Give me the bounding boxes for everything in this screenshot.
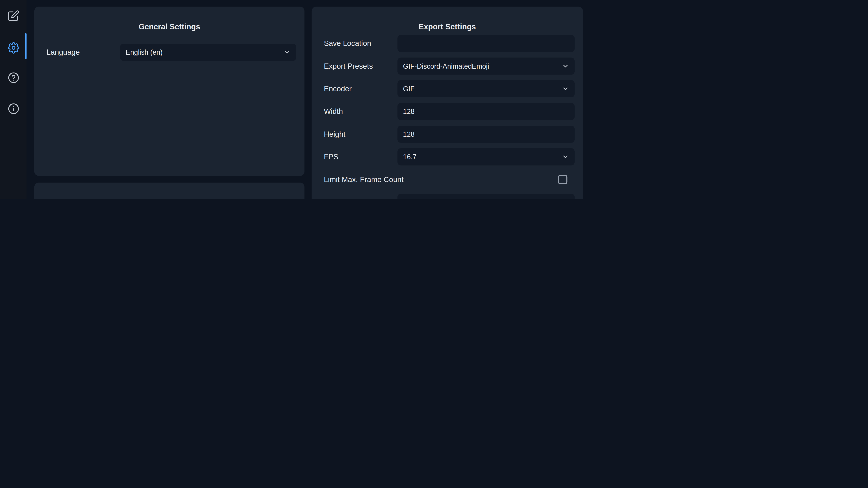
sidebar [0, 0, 27, 199]
width-label: Width [320, 107, 398, 116]
panel-title: Viewport Settings [34, 183, 305, 199]
language-row: Language English (en) [43, 43, 296, 61]
language-value: English (en) [126, 48, 162, 56]
edit-icon [7, 10, 19, 21]
encoder-select[interactable]: GIF [397, 80, 575, 97]
info-circle-icon [7, 103, 19, 114]
limit-max-frame-count-checkbox[interactable] [558, 175, 567, 184]
language-select[interactable]: English (en) [120, 43, 296, 61]
width-row: Width [320, 103, 575, 120]
save-location-label: Save Location [320, 39, 398, 48]
fps-select[interactable]: 16.7 [397, 148, 575, 165]
chevron-down-icon [562, 153, 569, 160]
encoder-label: Encoder [320, 85, 398, 93]
sidebar-item-help[interactable] [0, 66, 27, 89]
max-frame-count-row: Max. Frame Count [320, 194, 575, 199]
viewport-settings-panel: Viewport Settings Zoom Speed 20 Rotation… [34, 183, 305, 199]
chevron-down-icon [283, 49, 291, 56]
chevron-down-icon [562, 63, 569, 70]
save-location-input[interactable] [397, 35, 575, 52]
export-settings-panel: Export Settings Save Location Export Pre… [312, 6, 583, 199]
height-input[interactable] [397, 126, 575, 143]
width-input[interactable] [397, 103, 575, 120]
fps-value: 16.7 [403, 153, 416, 161]
encoder-row: Encoder GIF [320, 80, 575, 97]
height-row: Height [320, 126, 575, 143]
export-presets-label: Export Presets [320, 62, 398, 70]
max-frame-count-label: Max. Frame Count [320, 198, 398, 199]
save-location-row: Save Location [320, 35, 575, 52]
help-circle-icon [7, 72, 19, 83]
export-presets-row: Export Presets GIF-Discord-AnimatedEmoji [320, 58, 575, 75]
sidebar-item-settings[interactable] [0, 37, 27, 59]
panel-title: General Settings [34, 6, 305, 35]
encoder-value: GIF [403, 85, 414, 93]
panel-title: Export Settings [312, 6, 583, 35]
fps-row: FPS 16.7 [320, 148, 575, 165]
active-tab-indicator [25, 33, 26, 59]
language-label: Language [43, 48, 120, 57]
app-window: General Settings Language English (en) V… [0, 0, 868, 199]
limit-max-frame-count-row: Limit Max. Frame Count [320, 171, 575, 188]
max-frame-count-input [397, 194, 575, 199]
sidebar-item-info[interactable] [0, 97, 27, 120]
general-settings-panel: General Settings Language English (en) [34, 6, 305, 176]
fps-label: FPS [320, 153, 398, 161]
chevron-down-icon [562, 85, 569, 92]
limit-max-frame-count-label: Limit Max. Frame Count [320, 175, 558, 184]
settings-gear-icon [7, 42, 19, 53]
export-presets-value: GIF-Discord-AnimatedEmoji [403, 62, 489, 70]
sidebar-item-edit[interactable] [0, 4, 27, 27]
height-label: Height [320, 130, 398, 138]
export-presets-select[interactable]: GIF-Discord-AnimatedEmoji [397, 58, 575, 75]
